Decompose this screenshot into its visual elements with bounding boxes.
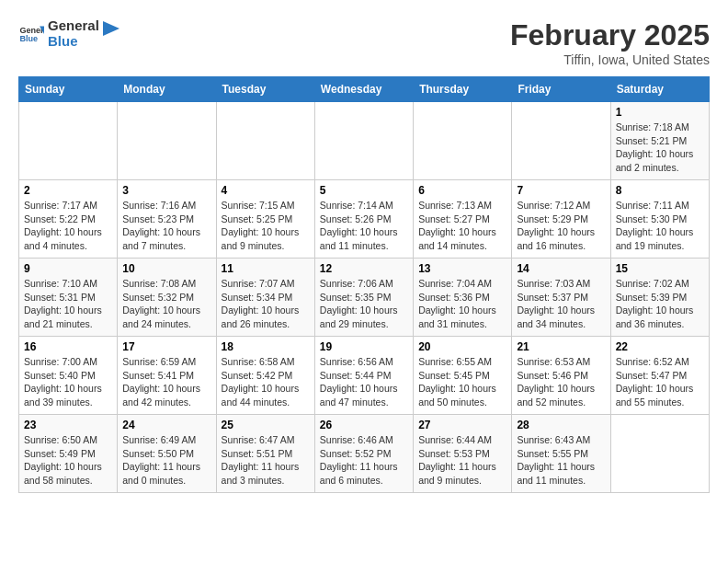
day-number: 17 [122,340,210,353]
logo-icon: General Blue [18,21,44,47]
day-cell [610,415,709,493]
day-cell: 6Sunrise: 7:13 AM Sunset: 5:27 PM Daylig… [414,180,512,259]
week-row-2: 2Sunrise: 7:17 AM Sunset: 5:22 PM Daylig… [19,180,710,259]
day-number: 27 [418,419,506,431]
day-info: Sunrise: 7:03 AM Sunset: 5:37 PM Dayligh… [517,277,605,331]
day-number: 12 [320,262,408,275]
day-number: 25 [222,419,310,431]
day-info: Sunrise: 7:04 AM Sunset: 5:36 PM Dayligh… [418,277,506,331]
day-cell: 22Sunrise: 6:52 AM Sunset: 5:47 PM Dayli… [610,337,709,415]
week-row-3: 9Sunrise: 7:10 AM Sunset: 5:31 PM Daylig… [19,259,710,337]
day-cell: 20Sunrise: 6:55 AM Sunset: 5:45 PM Dayli… [414,337,512,415]
day-cell: 2Sunrise: 7:17 AM Sunset: 5:22 PM Daylig… [19,180,118,259]
day-number: 11 [222,262,310,275]
day-number: 15 [616,262,704,275]
day-cell: 5Sunrise: 7:14 AM Sunset: 5:26 PM Daylig… [314,180,413,259]
day-cell: 16Sunrise: 7:00 AM Sunset: 5:40 PM Dayli… [19,337,118,415]
day-number: 26 [320,419,408,431]
day-number: 10 [122,262,210,275]
day-cell [216,102,314,180]
day-info: Sunrise: 7:16 AM Sunset: 5:23 PM Dayligh… [122,199,210,253]
day-info: Sunrise: 7:18 AM Sunset: 5:21 PM Dayligh… [616,121,704,175]
day-info: Sunrise: 6:44 AM Sunset: 5:53 PM Dayligh… [418,433,506,488]
day-cell: 23Sunrise: 6:50 AM Sunset: 5:49 PM Dayli… [19,415,118,493]
logo-blue: Blue [48,34,99,50]
page-header: General Blue General Blue February 2025 … [18,18,710,67]
day-cell: 17Sunrise: 6:59 AM Sunset: 5:41 PM Dayli… [118,337,216,415]
day-cell [19,102,118,180]
week-row-5: 23Sunrise: 6:50 AM Sunset: 5:49 PM Dayli… [19,415,710,493]
col-header-saturday: Saturday [610,77,709,102]
day-number: 23 [24,419,112,431]
day-cell: 14Sunrise: 7:03 AM Sunset: 5:37 PM Dayli… [512,259,610,337]
day-info: Sunrise: 6:47 AM Sunset: 5:51 PM Dayligh… [222,433,310,488]
day-number: 22 [616,340,704,353]
day-info: Sunrise: 7:14 AM Sunset: 5:26 PM Dayligh… [320,199,408,253]
day-info: Sunrise: 7:17 AM Sunset: 5:22 PM Dayligh… [24,199,112,253]
day-number: 5 [320,184,408,197]
day-info: Sunrise: 6:43 AM Sunset: 5:55 PM Dayligh… [517,433,605,488]
location: Tiffin, Iowa, United States [510,52,710,67]
day-cell: 24Sunrise: 6:49 AM Sunset: 5:50 PM Dayli… [118,415,216,493]
week-row-4: 16Sunrise: 7:00 AM Sunset: 5:40 PM Dayli… [19,337,710,415]
month-title: February 2025 [510,18,710,52]
day-cell: 3Sunrise: 7:16 AM Sunset: 5:23 PM Daylig… [118,180,216,259]
day-cell: 15Sunrise: 7:02 AM Sunset: 5:39 PM Dayli… [610,259,709,337]
day-number: 4 [222,184,310,197]
day-info: Sunrise: 7:08 AM Sunset: 5:32 PM Dayligh… [122,277,210,331]
day-number: 19 [320,340,408,353]
col-header-thursday: Thursday [414,77,512,102]
day-number: 20 [418,340,506,353]
day-cell: 4Sunrise: 7:15 AM Sunset: 5:25 PM Daylig… [216,180,314,259]
day-cell: 21Sunrise: 6:53 AM Sunset: 5:46 PM Dayli… [512,337,610,415]
day-cell: 19Sunrise: 6:56 AM Sunset: 5:44 PM Dayli… [314,337,413,415]
day-cell [512,102,610,180]
day-info: Sunrise: 6:59 AM Sunset: 5:41 PM Dayligh… [122,355,210,409]
col-header-wednesday: Wednesday [314,77,413,102]
day-cell: 18Sunrise: 6:58 AM Sunset: 5:42 PM Dayli… [216,337,314,415]
day-number: 8 [616,184,704,197]
day-cell: 1Sunrise: 7:18 AM Sunset: 5:21 PM Daylig… [610,102,709,180]
day-cell: 12Sunrise: 7:06 AM Sunset: 5:35 PM Dayli… [314,259,413,337]
day-info: Sunrise: 7:10 AM Sunset: 5:31 PM Dayligh… [24,277,112,331]
day-info: Sunrise: 7:06 AM Sunset: 5:35 PM Dayligh… [320,277,408,331]
day-info: Sunrise: 6:52 AM Sunset: 5:47 PM Dayligh… [616,355,704,409]
day-info: Sunrise: 6:55 AM Sunset: 5:45 PM Dayligh… [418,355,506,409]
day-info: Sunrise: 7:11 AM Sunset: 5:30 PM Dayligh… [616,199,704,253]
col-header-tuesday: Tuesday [216,77,314,102]
day-cell [314,102,413,180]
day-number: 13 [418,262,506,275]
day-info: Sunrise: 7:13 AM Sunset: 5:27 PM Dayligh… [418,199,506,253]
day-cell: 26Sunrise: 6:46 AM Sunset: 5:52 PM Dayli… [314,415,413,493]
day-cell: 7Sunrise: 7:12 AM Sunset: 5:29 PM Daylig… [512,180,610,259]
day-cell: 9Sunrise: 7:10 AM Sunset: 5:31 PM Daylig… [19,259,118,337]
day-info: Sunrise: 7:12 AM Sunset: 5:29 PM Dayligh… [517,199,605,253]
day-cell [414,102,512,180]
day-info: Sunrise: 6:49 AM Sunset: 5:50 PM Dayligh… [122,433,210,488]
day-number: 2 [24,184,112,197]
svg-text:Blue: Blue [19,34,38,43]
logo-general: General [48,18,99,34]
day-cell: 13Sunrise: 7:04 AM Sunset: 5:36 PM Dayli… [414,259,512,337]
day-number: 28 [517,419,605,431]
day-number: 21 [517,340,605,353]
day-info: Sunrise: 7:07 AM Sunset: 5:34 PM Dayligh… [222,277,310,331]
logo: General Blue General Blue [18,18,119,49]
day-info: Sunrise: 6:53 AM Sunset: 5:46 PM Dayligh… [517,355,605,409]
logo-flag-icon [103,21,119,47]
title-area: February 2025 Tiffin, Iowa, United State… [510,18,710,67]
calendar-table: SundayMondayTuesdayWednesdayThursdayFrid… [18,76,710,493]
day-number: 24 [122,419,210,431]
day-info: Sunrise: 7:02 AM Sunset: 5:39 PM Dayligh… [616,277,704,331]
day-cell: 25Sunrise: 6:47 AM Sunset: 5:51 PM Dayli… [216,415,314,493]
day-number: 14 [517,262,605,275]
day-cell: 28Sunrise: 6:43 AM Sunset: 5:55 PM Dayli… [512,415,610,493]
day-info: Sunrise: 6:46 AM Sunset: 5:52 PM Dayligh… [320,433,408,488]
day-info: Sunrise: 7:15 AM Sunset: 5:25 PM Dayligh… [222,199,310,253]
day-cell: 27Sunrise: 6:44 AM Sunset: 5:53 PM Dayli… [414,415,512,493]
day-number: 16 [24,340,112,353]
week-row-1: 1Sunrise: 7:18 AM Sunset: 5:21 PM Daylig… [19,102,710,180]
header-row: SundayMondayTuesdayWednesdayThursdayFrid… [19,77,710,102]
day-info: Sunrise: 6:56 AM Sunset: 5:44 PM Dayligh… [320,355,408,409]
day-info: Sunrise: 6:50 AM Sunset: 5:49 PM Dayligh… [24,433,112,488]
